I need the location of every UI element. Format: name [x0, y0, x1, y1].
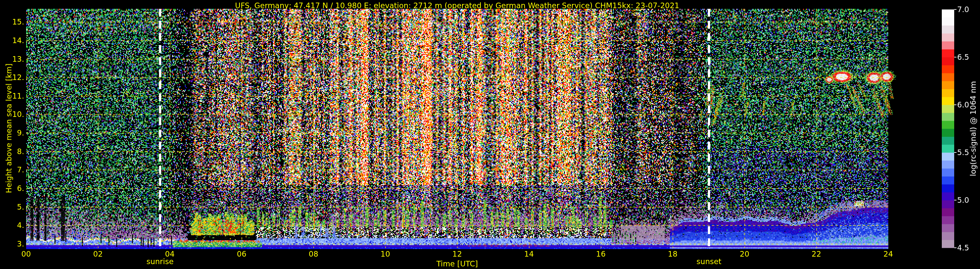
y-tick-11: 11.	[1, 91, 24, 100]
y-tick-14: 14.	[1, 36, 24, 45]
ceilometer-quicklook-page: { "title": "UFS, Germany; 47.417 N / 10.…	[0, 0, 980, 269]
x-tick-06: 06	[231, 250, 252, 259]
x-tick-08: 08	[303, 250, 324, 259]
y-tick-8: 8.	[1, 147, 24, 156]
y-tick-7: 7.	[1, 165, 24, 174]
colorbar-tick-5_0: 5.0	[957, 196, 980, 205]
y-tick-3: 3.	[1, 239, 24, 248]
x-tick-20: 20	[734, 250, 755, 259]
x-tick-18: 18	[662, 250, 683, 259]
x-tick-24: 24	[878, 250, 899, 259]
x-axis-label: Time [UTC]	[425, 259, 490, 268]
y-tick-4: 4.	[1, 221, 24, 230]
y-tick-12: 12.	[1, 73, 24, 82]
y-tick-9: 9.	[1, 128, 24, 137]
y-tick-10: 10.	[1, 110, 24, 119]
x-tick-02: 02	[88, 250, 108, 259]
y-tick-5: 5.	[1, 202, 24, 212]
colorbar-tick-7_0: 7.0	[957, 5, 980, 14]
lidar-heatmap-canvas	[0, 0, 980, 269]
x-tick-22: 22	[806, 250, 827, 259]
y-tick-15: 15.	[1, 17, 24, 26]
sunrise-annotation: sunrise	[134, 257, 186, 266]
x-tick-14: 14	[519, 250, 539, 259]
plot-title: UFS, Germany; 47.417 N / 10.980 E; eleva…	[26, 1, 888, 10]
y-tick-13: 13.	[1, 54, 24, 64]
x-tick-10: 10	[375, 250, 396, 259]
colorbar-tick-6_5: 6.5	[957, 53, 980, 62]
colorbar-tick-4_5: 4.5	[957, 243, 980, 252]
x-tick-16: 16	[590, 250, 611, 259]
x-tick-12: 12	[447, 250, 468, 259]
sunset-annotation: sunset	[683, 257, 735, 266]
colorbar-label: log(rc-signal) @ 1064 nm	[969, 81, 978, 176]
y-tick-6: 6.	[1, 184, 24, 193]
x-tick-00: 00	[16, 250, 37, 259]
